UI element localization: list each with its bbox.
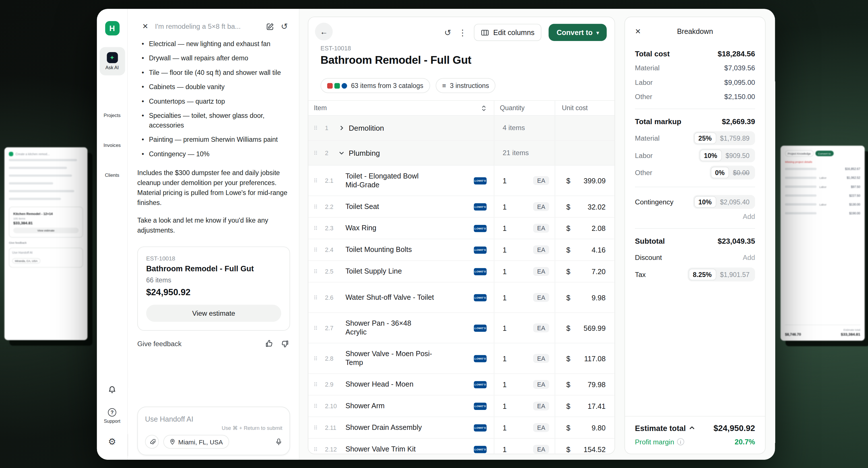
group-row-demolition[interactable]: ⠿1Demolition 4 items [308,116,615,141]
history-icon: ↺ [281,22,288,30]
view-estimate-button[interactable]: View estimate [146,304,281,322]
table-row[interactable]: ⠿2.5Toilet Supply LineLOWE'S 1EA $7.20 [308,261,615,283]
lowes-badge: LOWE'S [474,445,487,452]
sidebar-item-invoices[interactable]: Invoices [103,133,121,148]
drag-handle-icon[interactable]: ⠿ [311,425,320,431]
undo-button[interactable]: ↺ [444,28,451,36]
back-button[interactable]: ← [315,23,333,40]
quantity-value: 1 [503,354,507,362]
sidebar-item-ask-ai[interactable]: ✦ Ask AI [99,47,125,75]
info-icon[interactable]: i [677,438,684,445]
estimate-total-row[interactable]: Estimate total $24,950.92 [635,423,755,433]
drag-handle-icon[interactable]: ⠿ [311,178,320,184]
chevron-right-icon[interactable] [334,125,349,131]
table-row[interactable]: ⠿2.8Shower Valve - Moen Posi-TempLOWE'S … [308,343,615,374]
table-row[interactable]: ⠿2.10Shower ArmLOWE'S 1EA $17.41 [308,396,615,417]
catalogs-chip[interactable]: 63 items from 3 catalogs [321,78,430,93]
instructions-chip[interactable]: ≡ 3 instructions [436,78,496,93]
sidebar-item-projects[interactable]: Projects [103,103,121,118]
table-row[interactable]: ⠿2.2Toilet SeatLOWE'S 1EA $32.02 [308,196,615,218]
markup-percent-control[interactable]: 10%$909.50 [699,148,755,162]
total-cost-row: Total cost$18,284.56 [635,49,755,58]
drag-handle-icon[interactable]: ⠿ [311,125,320,131]
divider [635,109,755,109]
estimate-header: ← ↺ ⋮ Edit columns Convert to ▾ EST [308,17,615,100]
microphone-button[interactable] [275,438,282,445]
divider [635,228,755,229]
drag-handle-icon[interactable]: ⠿ [311,150,320,156]
settings-gear-button[interactable]: ⚙ [108,438,116,446]
chat-close-button[interactable]: ✕ [142,22,148,30]
table-row[interactable]: ⠿2.12Shower Valve Trim KitLOWE'S 1EA $15… [308,439,615,454]
edit-columns-button[interactable]: Edit columns [474,24,542,41]
skeleton-line [9,182,53,184]
table-row[interactable]: ⠿2.4Toilet Mounting BoltsLOWE'S 1EA $4.1… [308,239,615,261]
chat-history-button[interactable]: ↺ [281,22,288,30]
skeleton-line [785,185,816,188]
drag-handle-icon[interactable]: ⠿ [311,268,320,274]
drag-handle-icon[interactable]: ⠿ [311,325,320,331]
table-row[interactable]: ⠿2.6Water Shut-off Valve - ToiletLOWE'S … [308,283,615,313]
currency-symbol: $ [566,176,570,185]
app-logo[interactable]: H [105,21,120,36]
new-chat-button[interactable] [267,23,274,30]
contingency-percent-control[interactable]: 10%$2,095.40 [693,195,755,209]
group-row-plumbing[interactable]: ⠿2Plumbing 21 items [308,141,615,166]
table-row[interactable]: ⠿2.1Toilet - Elongated Bowl Mid-GradeLOW… [308,166,615,196]
add-contingency-button[interactable]: Add [743,213,755,220]
lowes-badge: LOWE'S [474,177,487,184]
table-row[interactable]: ⠿2.9Shower Head - MoenLOWE'S 1EA $79.98 [308,374,615,396]
quantity-value: 1 [503,380,507,388]
convert-to-button[interactable]: Convert to ▾ [549,24,607,41]
tax-percent-control[interactable]: 8.25%$1,901.57 [687,268,755,282]
notifications-bell-button[interactable] [108,385,116,394]
tax-row: Tax8.25%$1,901.57 [635,268,755,282]
add-discount-button[interactable]: Add [743,254,755,261]
catalogs-chip-label: 63 items from 3 catalogs [351,82,423,89]
thumbs-up-button[interactable] [265,340,273,348]
drag-handle-icon[interactable]: ⠿ [311,294,320,300]
clients-icon [108,162,116,171]
drag-handle-icon[interactable]: ⠿ [311,403,320,409]
unit-cost-value: 9.80 [591,423,606,432]
table-row[interactable]: ⠿2.7Shower Pan - 36×48 AcrylicLOWE'S 1EA… [308,313,615,343]
chevron-down-icon[interactable] [334,149,349,156]
chat-input[interactable] [145,415,282,423]
table-row[interactable]: ⠿2.11Shower Drain AssemblyLOWE'S 1EA $9.… [308,417,615,439]
markup-percent-control[interactable]: 0%$0.00 [710,166,755,180]
collapse-all-button[interactable] [480,105,487,112]
breakdown-panel: ✕ Breakdown Total cost$18,284.56 Materia… [624,17,766,454]
sidebar-item-support[interactable]: ? Support [104,408,120,423]
bg-right-header: Project Knowledge Convert to [785,150,860,156]
unit-badge: EA [533,245,549,254]
quantity-value: 1 [503,445,507,453]
table-row[interactable]: ⠿2.3Wax RingLOWE'S 1EA $2.08 [308,218,615,239]
unit-badge: EA [533,380,549,389]
breakdown-close-button[interactable]: ✕ [635,27,641,35]
drag-handle-icon[interactable]: ⠿ [311,446,320,452]
profit-margin-row: Profit margin i 20.7% [635,438,755,446]
chat-composer: Use ⌘ + Return to submit Miami, FL, USA [137,407,290,455]
estimate-table: Item Quantity Unit cost ⠿1Demolition 4 i… [308,100,615,454]
attach-file-button[interactable] [145,435,159,449]
unit-badge: EA [533,423,549,432]
drag-handle-icon[interactable]: ⠿ [311,204,320,209]
drag-handle-icon[interactable]: ⠿ [311,247,320,253]
unit-cost-value: 9.98 [591,293,606,301]
drag-handle-icon[interactable]: ⠿ [311,381,320,387]
thumbs-down-button[interactable] [281,340,289,348]
background-window-right: Project Knowledge Convert to Missing pro… [781,146,865,341]
sidebar-rail: H ✦ Ask AI Projects Invoices Clients ? [97,9,128,460]
location-pill[interactable]: Miami, FL, USA [163,435,229,449]
more-options-button[interactable]: ⋮ [458,28,467,36]
unit-badge: EA [533,293,549,302]
compose-icon [267,23,274,30]
sidebar-item-clients[interactable]: Clients [105,162,120,178]
markup-percent-control[interactable]: 25%$1,759.89 [693,131,755,145]
drag-handle-icon[interactable]: ⠿ [311,225,320,231]
drag-handle-icon[interactable]: ⠿ [311,355,320,361]
unit-cost-value: 17.41 [588,402,606,410]
item-name: Shower Pan - 36×48 Acrylic [345,319,434,337]
row-number: 2.9 [320,381,346,388]
catalog-icon-green [334,83,340,88]
